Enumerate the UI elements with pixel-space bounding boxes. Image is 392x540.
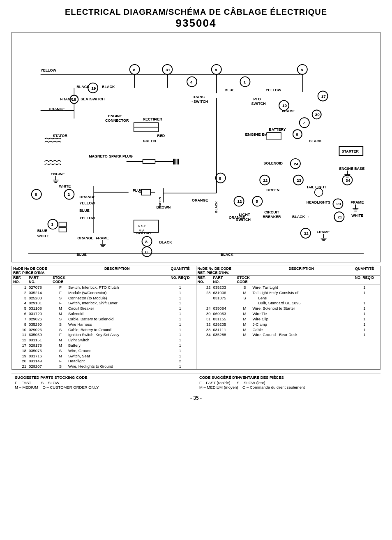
svg-text:YELLOW: YELLOW: [265, 88, 281, 92]
svg-text:ENGINE: ENGINE: [51, 172, 65, 176]
svg-rect-119: [59, 227, 66, 232]
title-block: ELECTRICAL DIAGRAM/SCHÉMA DE CÂBLAGE ÉLE…: [12, 7, 380, 30]
svg-text:6: 6: [296, 132, 298, 137]
parts-table: NoDE No DE CODEREF. PIÈCE D'INV. DESCRIP…: [12, 266, 380, 370]
svg-text:8: 8: [301, 67, 303, 72]
svg-text:8: 8: [145, 239, 148, 244]
stocking-title-right: CODE SUGGÉRÉ D'INVENTAIRE DES PIÈCES: [199, 375, 377, 380]
col-header-node-ref: NoDE No DE CODEREF. PIÈCE D'INV.: [13, 267, 53, 275]
col-header-node-ref-right: NoDE No DE CODEREF. PIÈCE D'INV.: [198, 267, 237, 275]
svg-text:STARTER: STARTER: [341, 149, 359, 153]
col-header-qty-right: QUANTITÉ: [350, 267, 379, 275]
svg-text:ENGINE BASE: ENGINE BASE: [339, 167, 364, 171]
svg-text:YELLOW: YELLOW: [41, 68, 57, 72]
svg-text:BLACK: BLACK: [102, 85, 115, 89]
parts-rows-right: 22 035203 S Wire, Tail Light 1 23 631006…: [196, 285, 380, 338]
svg-text:19: 19: [91, 86, 96, 90]
svg-text:12: 12: [238, 199, 242, 204]
electrical-diagram: YELLOW 8 31 8 8 19 BLACK BLACK 4 1: [12, 32, 380, 262]
svg-text:BLACK: BLACK: [214, 201, 218, 213]
stocking-items-left: F – FAST S – SLOW M – MEDIUM O – CUSTOME…: [15, 380, 193, 389]
svg-text:17: 17: [321, 94, 326, 99]
svg-text:4: 4: [190, 80, 193, 84]
stocking-title-left: SUGGESTED PARTS STOCKING CODE: [15, 375, 193, 380]
svg-rect-48: [267, 132, 281, 140]
stocking-section: SUGGESTED PARTS STOCKING CODE F – FAST S…: [12, 373, 380, 391]
svg-text:MAGNETO: MAGNETO: [89, 154, 108, 158]
table-row: 2 035214 F Module (w/Connector) 1: [12, 290, 196, 296]
svg-text:RECTIFIER: RECTIFIER: [143, 117, 163, 121]
table-row: 21 029207 S Wire, Hedlights to Ground 1: [12, 364, 196, 369]
svg-text:8: 8: [133, 67, 136, 72]
svg-text:ORANGE: ORANGE: [79, 195, 95, 199]
svg-text:SPARK PLUG: SPARK PLUG: [109, 154, 133, 158]
svg-text:PTO: PTO: [253, 97, 261, 101]
svg-text:WHITE: WHITE: [351, 213, 363, 218]
col-header-description-left: DESCRIPTION: [68, 267, 166, 275]
svg-text:BLACK: BLACK: [221, 253, 234, 257]
svg-text:3: 3: [51, 222, 54, 227]
svg-text:ENGINE: ENGINE: [108, 114, 122, 118]
col-header-qty-left: QUANTITÉ: [166, 267, 195, 275]
col-header-description-right: DESCRIPTION: [253, 267, 350, 275]
table-row: 1 027078 F Switch, Interlock, PTO Clutch…: [12, 285, 196, 290]
table-row: 34 035288 M Wire, Ground · Rear Deck 1: [196, 332, 380, 338]
table-row: 30 069053 M Wire Tie 1: [196, 311, 380, 317]
svg-text:20: 20: [336, 202, 341, 206]
svg-rect-0: [12, 32, 380, 262]
svg-text:22: 22: [263, 178, 268, 183]
svg-text:7: 7: [303, 121, 305, 125]
svg-text:24: 24: [294, 162, 299, 166]
page-number: - 35 -: [12, 395, 380, 401]
svg-text:BLUE: BLUE: [37, 229, 47, 233]
svg-text:YELLOW: YELLOW: [79, 201, 95, 205]
table-row: 6 031720 M Solenoid 1: [12, 311, 196, 317]
table-row: 17 029175 M Battery 1: [12, 343, 196, 348]
table-row: 23 631006 M Tail Light Ass'y Consists of…: [196, 290, 380, 296]
table-row: 32 029205 M J-Clamp 1: [196, 322, 380, 327]
svg-text:21: 21: [337, 215, 342, 219]
table-row: 031375 S Lens: [196, 296, 380, 301]
svg-text:R  S  B: R S B: [138, 224, 147, 228]
svg-text:8: 8: [215, 67, 217, 72]
page: ELECTRICAL DIAGRAM/SCHÉMA DE CÂBLAGE ÉLE…: [0, 0, 392, 540]
svg-point-107: [315, 188, 323, 197]
stocking-items-right: F – FAST (rapide) S – SLOW (lent) M – ME…: [199, 380, 377, 389]
svg-text:BLUE: BLUE: [76, 253, 86, 257]
svg-text:LIGHT: LIGHT: [239, 213, 250, 217]
svg-text:RED: RED: [157, 134, 165, 138]
svg-text:30: 30: [315, 112, 320, 117]
table-row: 5 031108 M Circuit Breaker 1: [12, 306, 196, 311]
svg-rect-118: [59, 222, 66, 227]
svg-text:HEADLIGHTS: HEADLIGHTS: [307, 200, 330, 204]
svg-text:M  A: M A: [139, 229, 145, 232]
svg-text:32: 32: [304, 231, 309, 236]
svg-text:BLUE: BLUE: [225, 88, 235, 92]
svg-rect-57: [143, 160, 155, 164]
table-row: 33 031111 M Cable 1: [196, 327, 380, 333]
table-row: 10 029026 S Cable, Battery to Ground 1: [12, 327, 196, 333]
svg-text:ORANGE: ORANGE: [77, 236, 93, 240]
svg-rect-91: [142, 190, 151, 195]
svg-text:23: 23: [297, 178, 302, 183]
stocking-right: CODE SUGGÉRÉ D'INVENTAIRE DES PIÈCES F –…: [196, 373, 380, 391]
table-row: 7 029026 S Cable, Battery to Solenoid 1: [12, 317, 196, 322]
svg-text:BLUE: BLUE: [79, 209, 89, 213]
svg-text:SWITCH: SWITCH: [251, 102, 265, 106]
svg-text:31: 31: [166, 67, 171, 72]
svg-text:10: 10: [282, 103, 287, 108]
svg-text:BLACK →: BLACK →: [292, 215, 310, 219]
stocking-left: SUGGESTED PARTS STOCKING CODE F – FAST S…: [12, 373, 196, 391]
parts-table-left: NoDE No DE CODEREF. PIÈCE D'INV. DESCRIP…: [12, 266, 196, 369]
table-row: 8 035290 S Wire Harness 1: [12, 322, 196, 327]
svg-text:WHITE: WHITE: [37, 234, 49, 238]
svg-text:CONNECTOR: CONNECTOR: [105, 118, 129, 123]
svg-text:8: 8: [35, 192, 37, 197]
svg-text:YELLOW: YELLOW: [79, 216, 95, 220]
svg-text:WHITE: WHITE: [59, 184, 71, 188]
svg-text:SEATSWITCH: SEATSWITCH: [81, 97, 105, 101]
svg-text:1: 1: [243, 80, 246, 84]
diagram-number: 935004: [12, 17, 380, 30]
svg-text:TAIL LIGHT: TAIL LIGHT: [307, 185, 327, 189]
svg-text:GREEN: GREEN: [266, 188, 279, 192]
